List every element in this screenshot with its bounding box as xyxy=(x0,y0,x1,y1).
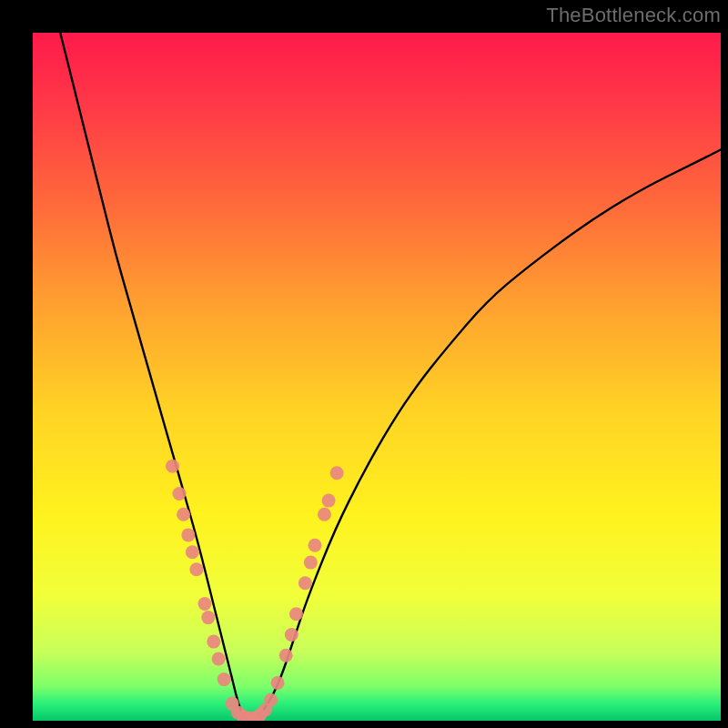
dot xyxy=(217,672,231,686)
dot xyxy=(271,676,285,690)
chart-frame: TheBottleneck.com xyxy=(0,0,728,728)
dot xyxy=(212,652,226,666)
dot xyxy=(173,487,187,500)
dot xyxy=(207,635,220,649)
dot xyxy=(177,508,190,521)
dot xyxy=(330,466,344,480)
dot xyxy=(189,562,203,576)
dot xyxy=(304,556,318,570)
highlight-dots xyxy=(166,460,344,721)
dot xyxy=(166,460,179,473)
dot xyxy=(198,597,212,611)
plot-area xyxy=(33,33,721,721)
dot xyxy=(298,576,312,590)
dot xyxy=(181,528,195,541)
dot xyxy=(318,508,331,521)
chart-svg xyxy=(33,33,721,721)
dot xyxy=(264,693,278,707)
bottleneck-curve xyxy=(60,33,721,721)
dot xyxy=(285,628,298,642)
watermark-text: TheBottleneck.com xyxy=(546,4,721,27)
dot xyxy=(186,545,199,559)
dot xyxy=(308,539,322,552)
dot xyxy=(289,607,303,621)
dot xyxy=(201,611,215,624)
dot xyxy=(279,649,293,662)
dot xyxy=(322,494,336,508)
